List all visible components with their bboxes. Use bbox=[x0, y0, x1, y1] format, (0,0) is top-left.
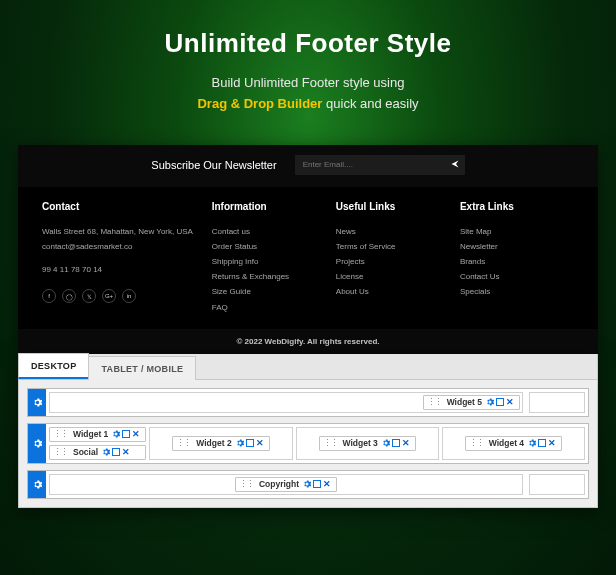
builder-row: Widget 5 ✕ bbox=[27, 388, 589, 417]
duplicate-icon[interactable] bbox=[111, 448, 121, 456]
linkedin-icon[interactable]: in bbox=[122, 289, 136, 303]
row-settings-button[interactable] bbox=[28, 389, 46, 416]
gear-icon[interactable] bbox=[527, 439, 537, 447]
builder-cell[interactable] bbox=[529, 392, 585, 413]
footer-col-contact: Contact Walls Street 68, Mahattan, New Y… bbox=[42, 201, 202, 315]
drag-handle-icon[interactable] bbox=[466, 438, 486, 448]
builder-cell[interactable]: Copyright ✕ bbox=[49, 474, 523, 495]
list-item[interactable]: Size Guide bbox=[212, 284, 326, 299]
footer-columns: Contact Walls Street 68, Mahattan, New Y… bbox=[18, 187, 598, 329]
widget-block[interactable]: Widget 2 ✕ bbox=[172, 436, 269, 451]
builder-cell[interactable]: Widget 4 ✕ bbox=[442, 427, 585, 460]
list-item[interactable]: Site Map bbox=[460, 224, 574, 239]
instagram-icon[interactable]: ◯ bbox=[62, 289, 76, 303]
close-icon[interactable]: ✕ bbox=[255, 438, 265, 448]
twitter-icon[interactable]: 𝕏 bbox=[82, 289, 96, 303]
gear-icon[interactable] bbox=[485, 398, 495, 406]
newsletter-email-input[interactable] bbox=[295, 155, 465, 175]
gear-icon[interactable] bbox=[302, 480, 312, 488]
tab-mobile[interactable]: TABLET / MOBILE bbox=[88, 356, 196, 380]
close-icon[interactable]: ✕ bbox=[547, 438, 557, 448]
list-item[interactable]: Order Status bbox=[212, 239, 326, 254]
highlight-text: Drag & Drop Builder bbox=[197, 96, 322, 111]
list-item[interactable]: Projects bbox=[336, 254, 450, 269]
widget-block[interactable]: Widget 3 ✕ bbox=[319, 436, 416, 451]
drag-handle-icon[interactable] bbox=[173, 438, 193, 448]
footer-col-useful: Useful Links News Terms of Service Proje… bbox=[336, 201, 450, 315]
duplicate-icon[interactable] bbox=[495, 398, 505, 406]
list-item[interactable]: Newsletter bbox=[460, 239, 574, 254]
builder-cell[interactable]: Widget 5 ✕ bbox=[49, 392, 523, 413]
widget-block[interactable]: Widget 5 ✕ bbox=[423, 395, 520, 410]
widget-block[interactable]: Social ✕ bbox=[49, 445, 146, 460]
drag-handle-icon[interactable] bbox=[424, 397, 444, 407]
contact-email: contact@sadesmarket.co bbox=[42, 239, 202, 254]
builder-row: Copyright ✕ bbox=[27, 470, 589, 499]
newsletter-label: Subscribe Our Newsletter bbox=[151, 159, 276, 171]
builder-cell[interactable] bbox=[529, 474, 585, 495]
list-item[interactable]: About Us bbox=[336, 284, 450, 299]
close-icon[interactable]: ✕ bbox=[505, 397, 515, 407]
duplicate-icon[interactable] bbox=[537, 439, 547, 447]
google-plus-icon[interactable]: G+ bbox=[102, 289, 116, 303]
footer-builder: DESKTOP TABLET / MOBILE Widget 5 ✕ bbox=[18, 354, 598, 508]
row-settings-button[interactable] bbox=[28, 471, 46, 498]
builder-body: Widget 5 ✕ Widget 1 bbox=[19, 380, 597, 507]
drag-handle-icon[interactable] bbox=[236, 479, 256, 489]
duplicate-icon[interactable] bbox=[121, 430, 131, 438]
list-item[interactable]: Terms of Service bbox=[336, 239, 450, 254]
footer-col-information: Information Contact us Order Status Ship… bbox=[212, 201, 326, 315]
list-item[interactable]: News bbox=[336, 224, 450, 239]
list-item[interactable]: Brands bbox=[460, 254, 574, 269]
builder-row: Widget 1 ✕ Social ✕ bbox=[27, 423, 589, 464]
duplicate-icon[interactable] bbox=[312, 480, 322, 488]
gear-icon[interactable] bbox=[111, 430, 121, 438]
hero: Unlimited Footer Style Build Unlimited F… bbox=[0, 0, 616, 127]
widget-block[interactable]: Copyright ✕ bbox=[235, 477, 337, 492]
list-item[interactable]: Specials bbox=[460, 284, 574, 299]
page-subtitle: Build Unlimited Footer style using Drag … bbox=[20, 73, 596, 115]
contact-heading: Contact bbox=[42, 201, 202, 212]
close-icon[interactable]: ✕ bbox=[121, 447, 131, 457]
newsletter-bar: Subscribe Our Newsletter bbox=[18, 145, 598, 187]
duplicate-icon[interactable] bbox=[245, 439, 255, 447]
facebook-icon[interactable]: f bbox=[42, 289, 56, 303]
drag-handle-icon[interactable] bbox=[50, 447, 70, 457]
footer-preview: Subscribe Our Newsletter Contact Walls S… bbox=[18, 145, 598, 354]
copyright-bar: © 2022 WebDigify. All rights reserved. bbox=[18, 329, 598, 354]
footer-col-extra: Extra Links Site Map Newsletter Brands C… bbox=[460, 201, 574, 315]
list-item[interactable]: License bbox=[336, 269, 450, 284]
tab-desktop[interactable]: DESKTOP bbox=[18, 353, 89, 379]
list-item[interactable]: Shipping Info bbox=[212, 254, 326, 269]
contact-address: Walls Street 68, Mahattan, New York, USA bbox=[42, 224, 202, 239]
list-item[interactable]: Contact Us bbox=[460, 269, 574, 284]
list-item[interactable]: Returns & Exchanges bbox=[212, 269, 326, 284]
list-item[interactable]: Contact us bbox=[212, 224, 326, 239]
gear-icon[interactable] bbox=[381, 439, 391, 447]
gear-icon[interactable] bbox=[101, 448, 111, 456]
builder-tabs: DESKTOP TABLET / MOBILE bbox=[19, 354, 597, 380]
gear-icon[interactable] bbox=[235, 439, 245, 447]
drag-handle-icon[interactable] bbox=[320, 438, 340, 448]
drag-handle-icon[interactable] bbox=[50, 429, 70, 439]
close-icon[interactable]: ✕ bbox=[401, 438, 411, 448]
close-icon[interactable]: ✕ bbox=[322, 479, 332, 489]
contact-phone: 99 4 11 78 70 14 bbox=[42, 262, 202, 277]
row-settings-button[interactable] bbox=[28, 424, 46, 463]
send-icon[interactable] bbox=[451, 160, 459, 170]
duplicate-icon[interactable] bbox=[391, 439, 401, 447]
close-icon[interactable]: ✕ bbox=[131, 429, 141, 439]
widget-block[interactable]: Widget 1 ✕ bbox=[49, 427, 146, 442]
builder-cell[interactable]: Widget 3 ✕ bbox=[296, 427, 439, 460]
widget-block[interactable]: Widget 4 ✕ bbox=[465, 436, 562, 451]
list-item[interactable]: FAQ bbox=[212, 300, 326, 315]
builder-cell[interactable]: Widget 2 ✕ bbox=[149, 427, 292, 460]
page-title: Unlimited Footer Style bbox=[20, 28, 596, 59]
